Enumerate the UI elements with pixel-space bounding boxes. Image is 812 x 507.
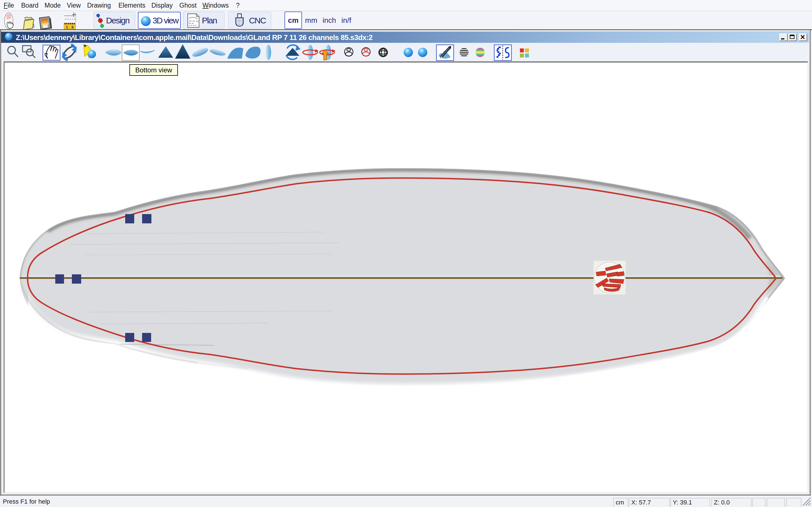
svg-text:1: 1 [66, 25, 68, 29]
svg-text:0: 0 [71, 25, 73, 29]
